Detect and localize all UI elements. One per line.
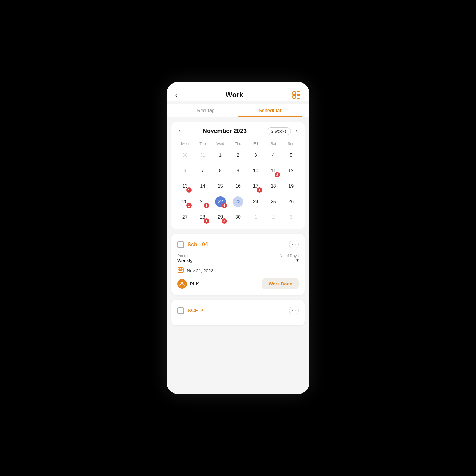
card-1-meta: Period Weekly No of Days 7 [177, 253, 299, 263]
card-1-checkbox[interactable] [177, 241, 184, 248]
user-avatar [177, 279, 187, 289]
card-1-more-button[interactable]: ··· [289, 240, 299, 249]
weekday-sun: Sun [282, 140, 300, 147]
card-1-date-row: Nov 21, 2023 [177, 267, 299, 275]
no-days-value: 7 [280, 258, 299, 263]
cal-day-7[interactable]: 7 [194, 164, 211, 178]
card-2-checkbox[interactable] [177, 307, 184, 314]
tabs-bar: Red Tag Schedular [167, 104, 309, 117]
page-title: Work [226, 91, 243, 99]
weekday-mon: Mon [176, 140, 194, 147]
weekday-tue: Tue [194, 140, 211, 147]
cal-day-13[interactable]: 131 [176, 179, 194, 193]
calendar-month: November 2023 [203, 128, 247, 134]
card-2-title: SCH 2 [187, 308, 203, 314]
cal-day-23[interactable]: 23 [229, 195, 247, 209]
cal-day-21[interactable]: 211 [194, 195, 211, 209]
cal-day-3[interactable]: 3 [247, 148, 264, 162]
cal-day-31-oct[interactable]: 31 [194, 148, 211, 162]
cal-day-6[interactable]: 6 [176, 164, 194, 178]
cal-day-3-dec[interactable]: 3 [282, 210, 300, 224]
tab-red-tag[interactable]: Red Tag [174, 104, 238, 117]
card-2-more-button[interactable]: ··· [289, 306, 299, 315]
cal-day-9[interactable]: 9 [229, 164, 247, 178]
cal-day-8[interactable]: 8 [212, 164, 229, 178]
svg-rect-3 [297, 95, 300, 98]
card-2-header: SCH 2 ··· [177, 306, 299, 315]
cal-day-5[interactable]: 5 [282, 148, 300, 162]
schedule-card-2: SCH 2 ··· [171, 300, 305, 325]
back-button[interactable]: ‹ [174, 90, 178, 100]
cal-day-11[interactable]: 113 [264, 164, 282, 178]
header-list-icon[interactable] [290, 89, 302, 101]
cal-day-29[interactable]: 293 [212, 210, 229, 224]
cal-weeks-button[interactable]: 2 weeks [267, 127, 291, 135]
cal-next-arrow[interactable]: › [293, 127, 300, 135]
calendar-nav: ‹ November 2023 2 weeks › [176, 127, 300, 135]
cal-day-26[interactable]: 26 [282, 195, 300, 209]
card-1-days: No of Days 7 [280, 253, 299, 263]
calendar-section: ‹ November 2023 2 weeks › Mon Tue Wed Th… [171, 122, 305, 229]
cal-day-27[interactable]: 27 [176, 210, 194, 224]
user-name: RLK [190, 281, 199, 286]
cal-day-2-dec[interactable]: 2 [264, 210, 282, 224]
weekday-fri: Fri [247, 140, 264, 147]
card-1-user-info: RLK [177, 279, 199, 289]
calendar-weekdays: Mon Tue Wed Thu Fri Sat Sun [176, 140, 300, 147]
cal-day-15[interactable]: 15 [212, 179, 229, 193]
weekday-sat: Sat [264, 140, 282, 147]
cal-day-2[interactable]: 2 [229, 148, 247, 162]
card-1-date: Nov 21, 2023 [187, 268, 213, 273]
weekday-thu: Thu [229, 140, 247, 147]
phone-container: ‹ Work Red Tag Schedular ‹ November 2023… [167, 82, 309, 394]
period-label: Period [177, 253, 192, 258]
card-1-header: Sch - 04 ··· [177, 240, 299, 249]
card-1-title: Sch - 04 [187, 242, 208, 248]
svg-rect-10 [180, 270, 181, 271]
card-1-title-row: Sch - 04 [177, 241, 208, 248]
card-2-title-row: SCH 2 [177, 307, 203, 314]
tab-schedular[interactable]: Schedular [238, 104, 302, 117]
cal-day-19[interactable]: 19 [282, 179, 300, 193]
cal-day-20[interactable]: 201 [176, 195, 194, 209]
cal-day-10[interactable]: 10 [247, 164, 264, 178]
cal-day-30-oct[interactable]: 30 [176, 148, 194, 162]
calendar-days: 30 31 1 2 3 4 5 6 7 8 9 10 113 12 131 14… [176, 148, 300, 224]
cal-day-1[interactable]: 1 [212, 148, 229, 162]
cal-day-22[interactable]: 224 [212, 195, 229, 209]
cal-day-28[interactable]: 281 [194, 210, 211, 224]
cal-day-16[interactable]: 16 [229, 179, 247, 193]
weekday-wed: Wed [212, 140, 229, 147]
period-value: Weekly [177, 258, 192, 263]
cal-day-12[interactable]: 12 [282, 164, 300, 178]
work-done-button[interactable]: Work Done [262, 278, 299, 289]
calendar-icon [177, 267, 184, 275]
svg-rect-2 [293, 95, 296, 98]
svg-rect-1 [297, 92, 300, 95]
no-days-label: No of Days [280, 253, 299, 258]
card-1-period: Period Weekly [177, 253, 192, 263]
cal-day-25[interactable]: 25 [264, 195, 282, 209]
cal-day-1-dec[interactable]: 1 [247, 210, 264, 224]
cal-day-24[interactable]: 24 [247, 195, 264, 209]
cal-day-14[interactable]: 14 [194, 179, 211, 193]
cal-prev-arrow[interactable]: ‹ [176, 127, 183, 135]
schedule-card-1: Sch - 04 ··· Period Weekly No of Days 7 [171, 234, 305, 295]
header: ‹ Work [167, 82, 309, 101]
card-1-user-row: RLK Work Done [177, 278, 299, 289]
cal-day-4[interactable]: 4 [264, 148, 282, 162]
cal-day-18[interactable]: 18 [264, 179, 282, 193]
calendar-grid: Mon Tue Wed Thu Fri Sat Sun 30 31 1 2 3 … [176, 140, 300, 224]
svg-rect-11 [181, 270, 182, 271]
svg-rect-9 [179, 270, 180, 271]
cal-day-17[interactable]: 171 [247, 179, 264, 193]
cal-day-30[interactable]: 30 [229, 210, 247, 224]
